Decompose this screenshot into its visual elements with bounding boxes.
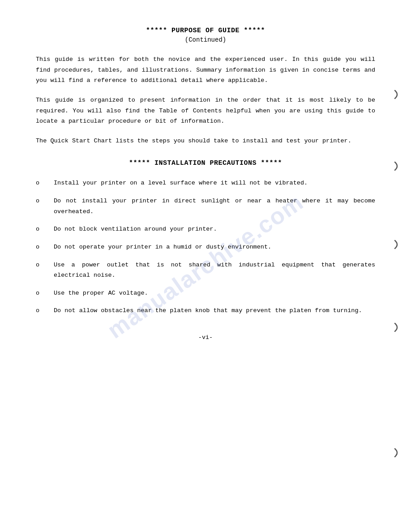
list-bullet-4: o — [36, 242, 54, 253]
tab-mark-4 — [393, 322, 406, 335]
list-bullet-6: o — [36, 288, 54, 299]
list-item: o Do not allow obstacles near the platen… — [36, 305, 375, 316]
list-item: o Do not block ventilation around your p… — [36, 224, 375, 235]
list-text-6: Use the proper AC voltage. — [54, 288, 375, 299]
list-text-7: Do not allow obstacles near the platen k… — [54, 305, 375, 316]
list-item: o Do not install your printer in direct … — [36, 196, 375, 217]
tab-mark-5 — [393, 448, 406, 460]
page: manualarchive.com ***** PURPOSE OF GUIDE… — [0, 0, 411, 532]
installation-title: ***** INSTALLATION PRECAUTIONS ***** — [36, 159, 375, 167]
list-bullet-5: o — [36, 260, 54, 270]
paragraph-1: This guide is written for both the novic… — [36, 54, 375, 86]
list-bullet-2: o — [36, 196, 54, 206]
tab-mark-1 — [393, 90, 406, 102]
tab-mark-2 — [393, 161, 406, 173]
list-text-2: Do not install your printer in direct su… — [54, 196, 375, 217]
list-item: o Use the proper AC voltage. — [36, 288, 375, 299]
list-item: o Use a power outlet that is not shared … — [36, 260, 375, 281]
installation-list: o Install your printer on a level surfac… — [36, 178, 375, 316]
list-text-5: Use a power outlet that is not shared wi… — [54, 260, 375, 281]
list-text-4: Do not operate your printer in a humid o… — [54, 242, 375, 253]
list-text-1: Install your printer on a level surface … — [54, 178, 375, 189]
list-item: o Do not operate your printer in a humid… — [36, 242, 375, 253]
page-title: ***** PURPOSE OF GUIDE ***** — [36, 27, 375, 34]
list-text-3: Do not block ventilation around your pri… — [54, 224, 375, 235]
list-item: o Install your printer on a level surfac… — [36, 178, 375, 189]
tab-mark-3 — [393, 240, 406, 252]
list-bullet-1: o — [36, 178, 54, 189]
page-subtitle: (Continued) — [36, 36, 375, 43]
paragraph-3: The Quick Start Chart lists the steps yo… — [36, 136, 375, 146]
list-bullet-7: o — [36, 305, 54, 316]
paragraph-2: This guide is organized to present infor… — [36, 95, 375, 127]
list-bullet-3: o — [36, 224, 54, 235]
page-footer: -vi- — [36, 334, 375, 341]
